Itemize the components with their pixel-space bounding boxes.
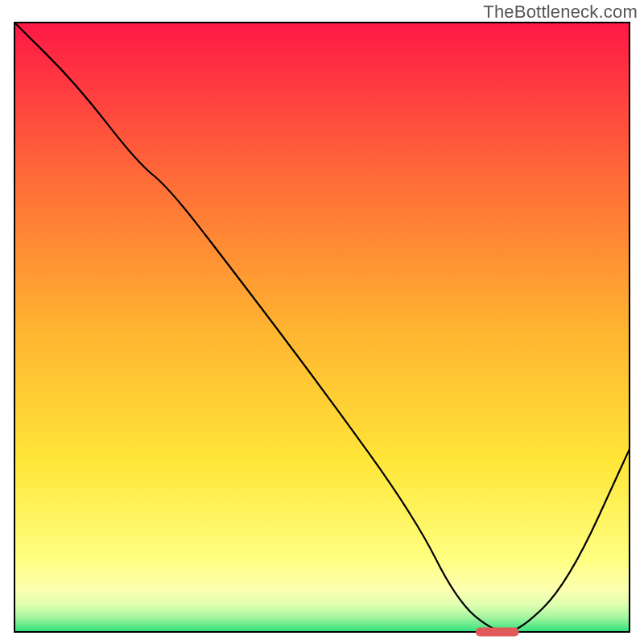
optimal-marker [476, 628, 518, 637]
watermark-text: TheBottleneck.com [483, 2, 638, 23]
plot-background [14, 23, 630, 632]
bottleneck-chart [0, 0, 644, 644]
